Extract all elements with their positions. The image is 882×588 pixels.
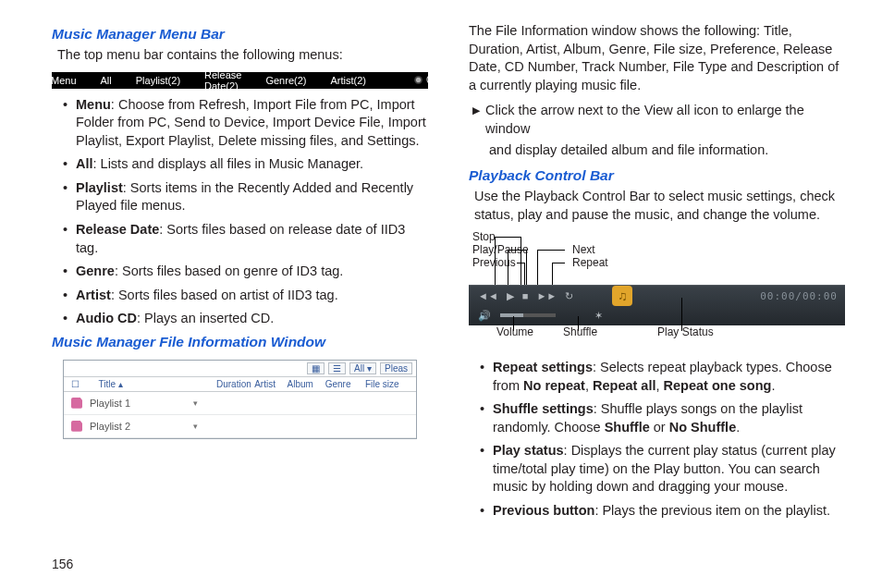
- bullet-playstatus: Play status: Displays the current play s…: [482, 442, 845, 496]
- arrow-instruction-cont: and display detailed album and file info…: [489, 141, 845, 160]
- bullet-artist: Artist: Sorts files based on artist of I…: [65, 287, 428, 305]
- playlist-icon: [71, 398, 82, 409]
- fileinfo-header: ☐ Title ▴ Duration Artist Album Genre Fi…: [64, 377, 416, 392]
- bullet-previous: Previous button: Plays the previous item…: [482, 502, 845, 521]
- col-duration: Duration: [216, 379, 254, 389]
- label-volume: Volume: [496, 325, 533, 338]
- tool-list-icon: ☰: [328, 362, 346, 374]
- bullet-all: All: Lists and displays all files in Mus…: [65, 155, 428, 174]
- bullet-shuffle: Shuffle settings: Shuffle plays songs on…: [482, 400, 845, 436]
- menubar-intro: The top menu bar contains the following …: [57, 46, 428, 65]
- playback-bar: ◄◄ ▶ ■ ►► ↻ ♫ 00:00/00:00 🔊 ✶: [469, 285, 845, 325]
- fileinfo-toolbar: ▦ ☰ All ▾ Pleas: [64, 361, 416, 377]
- menu-artist: Artist(2): [330, 75, 366, 86]
- playlist-icon: [71, 421, 82, 432]
- bullet-audiocd: Audio CD: Plays an inserted CD.: [65, 310, 428, 328]
- tool-grid-icon: ▦: [307, 362, 325, 374]
- arrow-instruction: Click the arrow next to the View all ico…: [472, 102, 845, 138]
- playback-intro: Use the Playback Control Bar to select m…: [474, 188, 845, 224]
- bullet-playlist: Playlist: Sorts items in the Recently Ad…: [65, 179, 428, 215]
- tool-please: Pleas: [380, 362, 412, 374]
- menu-playlist: Playlist(2): [136, 75, 180, 86]
- fileinfo-description: The File Information window shows the fo…: [469, 22, 845, 94]
- section-heading-playback: Playback Control Bar: [469, 167, 845, 184]
- menu-all: All: [101, 75, 112, 86]
- menubar-bullets: Menu: Choose from Refresh, Import File f…: [52, 96, 428, 328]
- right-column: The File Information window shows the fo…: [469, 20, 845, 571]
- music-manager-menubar: Menu All Playlist(2) Release Date(2) Gen…: [52, 72, 428, 89]
- music-note-icon: ♫: [612, 286, 632, 306]
- page-number: 156: [52, 557, 73, 571]
- row-dropdown-icon: ▾: [193, 398, 198, 408]
- label-playstatus: Play Status: [657, 325, 714, 338]
- row-dropdown-icon: ▾: [193, 422, 198, 431]
- col-title: Title ▴: [98, 379, 216, 389]
- stop-icon: ■: [522, 290, 529, 301]
- section-heading-menubar: Music Manager Menu Bar: [52, 26, 428, 43]
- shuffle-icon: ✶: [594, 310, 603, 322]
- col-checkbox: ☐: [71, 379, 98, 389]
- playlist-name: Playlist 2: [90, 421, 186, 432]
- volume-icon: 🔊: [478, 310, 491, 322]
- label-repeat: Repeat: [572, 257, 608, 270]
- tool-all-dropdown: All ▾: [349, 362, 376, 374]
- col-filesize: File size: [365, 379, 409, 389]
- col-artist: Artist: [254, 379, 287, 389]
- section-heading-fileinfo: Music Manager File Information Window: [52, 334, 428, 350]
- menu-cd: CD: [414, 75, 439, 85]
- volume-slider: [500, 313, 556, 317]
- play-icon: ▶: [507, 290, 514, 302]
- playback-diagram: Stop Play/Pause Previous Next Repeat ◄◄ …: [469, 231, 845, 351]
- col-album: Album: [288, 379, 325, 389]
- repeat-icon: ↻: [565, 290, 573, 302]
- playlist-row: Playlist 1 ▾: [64, 392, 416, 415]
- label-shuffle: Shuffle: [563, 325, 597, 338]
- menu-release: Release Date(2): [204, 69, 241, 92]
- label-next: Next: [572, 244, 608, 257]
- col-genre: Genre: [325, 379, 365, 389]
- playlist-row: Playlist 2 ▾: [64, 415, 416, 438]
- left-column: Music Manager Menu Bar The top menu bar …: [52, 20, 428, 571]
- bullet-genre: Genre: Sorts files based on genre of ID3…: [65, 263, 428, 281]
- bullet-release: Release Date: Sorts files based on relea…: [65, 221, 428, 257]
- file-info-window: ▦ ☰ All ▾ Pleas ☐ Title ▴ Duration Artis…: [63, 360, 417, 439]
- next-icon: ►►: [536, 290, 557, 301]
- playlist-name: Playlist 1: [90, 398, 186, 409]
- menu-label: Menu: [59, 75, 77, 86]
- bullet-repeat: Repeat settings: Selects repeat playback…: [482, 359, 845, 395]
- prev-icon: ◄◄: [478, 290, 498, 301]
- play-timer: 00:00/00:00: [760, 290, 838, 302]
- playback-bullets: Repeat settings: Selects repeat playback…: [469, 359, 845, 521]
- bullet-menu: Menu: Choose from Refresh, Import File f…: [65, 96, 428, 151]
- menu-genre: Genre(2): [265, 75, 306, 86]
